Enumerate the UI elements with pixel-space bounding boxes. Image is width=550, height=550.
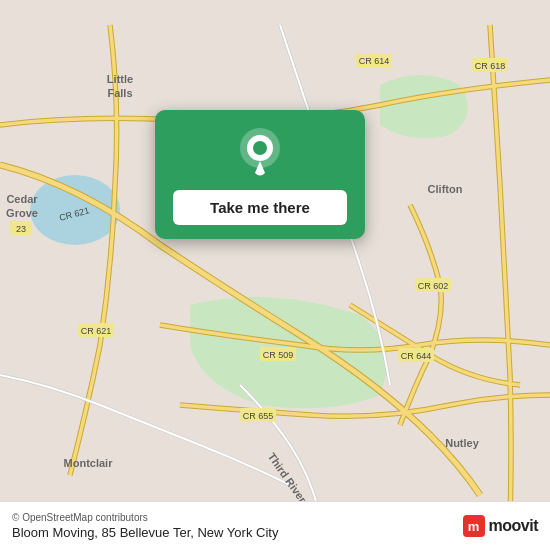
svg-text:CR 618: CR 618 xyxy=(475,61,506,71)
svg-text:CR 621: CR 621 xyxy=(81,326,112,336)
svg-text:CR 644: CR 644 xyxy=(401,351,432,361)
address-text: Bloom Moving, 85 Bellevue Ter, New York … xyxy=(12,525,278,540)
svg-text:CR 509: CR 509 xyxy=(263,350,294,360)
svg-text:23: 23 xyxy=(16,224,26,234)
svg-text:Nutley: Nutley xyxy=(445,437,480,449)
svg-text:CR 655: CR 655 xyxy=(243,411,274,421)
location-pin-icon xyxy=(237,128,283,180)
map-container: CR 621 CR 621 CR 614 CR 618 CR 602 CR 50… xyxy=(0,0,550,550)
svg-text:Cedar: Cedar xyxy=(6,193,38,205)
take-me-there-button[interactable]: Take me there xyxy=(173,190,347,225)
svg-text:Clifton: Clifton xyxy=(428,183,463,195)
svg-text:Little: Little xyxy=(107,73,133,85)
moovit-brand-text: moovit xyxy=(489,517,538,535)
svg-text:Montclair: Montclair xyxy=(64,457,114,469)
svg-text:CR 614: CR 614 xyxy=(359,56,390,66)
svg-text:Grove: Grove xyxy=(6,207,38,219)
svg-point-30 xyxy=(253,141,267,155)
location-card: Take me there xyxy=(155,110,365,239)
svg-text:Falls: Falls xyxy=(107,87,132,99)
bottom-bar: © OpenStreetMap contributors Bloom Movin… xyxy=(0,501,550,550)
moovit-m-icon: m xyxy=(463,515,485,537)
copyright-text: © OpenStreetMap contributors xyxy=(12,512,278,523)
moovit-logo: m moovit xyxy=(463,515,538,537)
map-svg: CR 621 CR 621 CR 614 CR 618 CR 602 CR 50… xyxy=(0,0,550,550)
bottom-left: © OpenStreetMap contributors Bloom Movin… xyxy=(12,512,278,540)
svg-text:CR 602: CR 602 xyxy=(418,281,449,291)
